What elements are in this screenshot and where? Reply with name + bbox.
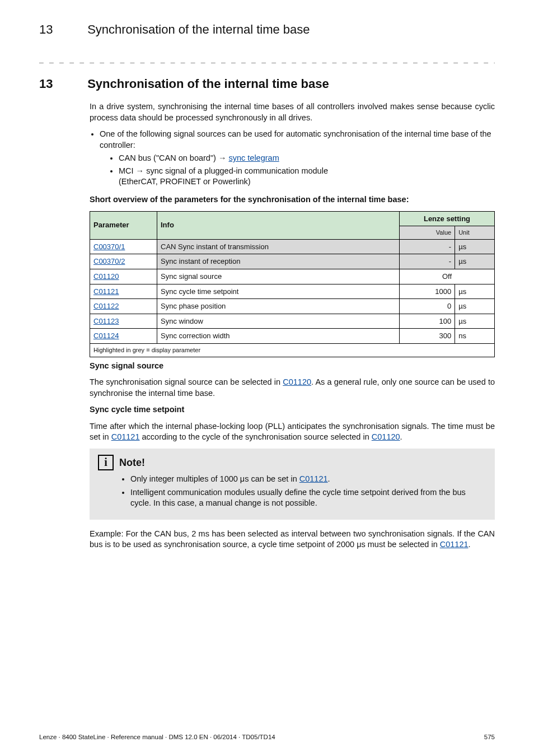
parameter-link[interactable]: C01124 [93,332,119,340]
parameters-table: Parameter Info Lenze setting Value Unit … [90,211,495,357]
table-row: C01120Sync signal sourceOff [90,269,495,284]
cell-value: 300 [400,329,455,344]
cell-unit: µs [455,314,495,329]
c01121-link[interactable]: C01121 [299,474,328,483]
c01121-link[interactable]: C01121 [440,540,469,549]
cell-info: Sync phase position [157,299,400,314]
cell-parameter: C01123 [90,314,157,329]
sub-bullet-text-line2: (EtherCAT, PROFINET or Powerlink) [119,177,251,186]
cell-info: Sync correction width [157,329,400,344]
cell-unit: µs [455,299,495,314]
intro-paragraph: In a drive system, synchronising the int… [90,101,495,123]
cell-parameter: C01121 [90,284,157,299]
sync-cycle-heading: Sync cycle time setpoint [90,404,495,416]
sync-source-heading: Sync signal source [90,361,495,372]
footer-left: Lenze · 8400 StateLine · Reference manua… [39,734,275,740]
parameters-overview-heading: Short overview of the parameters for the… [90,194,495,206]
cell-parameter: C01122 [90,299,157,314]
note-bullet-item: Intelligent communication modules usuall… [130,487,486,509]
running-header: 13 Synchronisation of the internal time … [39,22,495,37]
c01121-link[interactable]: C01121 [111,432,140,441]
note-header: i Note! [98,455,486,470]
bullet-item: One of the following signal sources can … [100,129,495,188]
parameter-link[interactable]: C01123 [93,317,119,325]
parameter-link[interactable]: C01120 [93,272,119,281]
sub-bullet-item: MCI → sync signal of a plugged-in commun… [119,166,495,188]
info-icon: i [98,455,114,470]
cell-value: 0 [400,299,455,314]
page-footer: Lenze · 8400 StateLine · Reference manua… [39,734,495,740]
sub-bullet-list: CAN bus ("CAN on board") → sync telegram… [109,153,495,188]
divider-line: _ _ _ _ _ _ _ _ _ _ _ _ _ _ _ _ _ _ _ _ … [39,55,495,63]
sync-cycle-paragraph: Time after which the internal phase-lock… [90,421,495,443]
example-paragraph: Example: For the CAN bus, 2 ms has been … [90,529,495,550]
cell-value: - [400,254,455,269]
cell-unit: µs [455,239,495,254]
text-fragment: according to the cycle of the synchronis… [139,432,371,441]
bullet-list: One of the following signal sources can … [90,129,495,188]
cell-info: Sync window [157,314,400,329]
parameter-link[interactable]: C00370/2 [93,257,125,265]
table-row: C00370/2Sync instant of reception-µs [90,254,495,269]
text-fragment: . [400,432,402,441]
parameter-link[interactable]: C00370/1 [93,242,125,251]
cell-value: - [400,239,455,254]
note-bullet-item: Only integer multiples of 1000 μs can be… [130,474,486,485]
table-row: C01124Sync correction width300ns [90,329,495,344]
col-parameter: Parameter [90,211,157,239]
note-title: Note! [119,456,145,469]
cell-info: Sync instant of reception [157,254,400,269]
cell-unit: ns [455,329,495,344]
cell-value: Off [400,269,495,284]
sub-bullet-text: CAN bus ("CAN on board") → [119,153,228,162]
cell-value: 1000 [400,284,455,299]
running-header-title: Synchronisation of the internal time bas… [87,22,310,36]
table-footnote: Highlighted in grey = display parameter [90,343,495,357]
table-row: C01122Sync phase position0µs [90,299,495,314]
sync-telegram-link[interactable]: sync telegram [228,153,279,162]
cell-parameter: C01124 [90,329,157,344]
text-fragment: The synchronisation signal source can be… [90,377,283,386]
footer-page-number: 575 [484,734,495,740]
sub-bullet-item: CAN bus ("CAN on board") → sync telegram [119,153,495,164]
parameter-link[interactable]: C01121 [93,287,119,296]
cell-unit: µs [455,284,495,299]
parameter-link[interactable]: C01122 [93,302,119,310]
section-heading: 13 Synchronisation of the internal time … [39,77,495,91]
table-row: C01123Sync window100µs [90,314,495,329]
cell-info: Sync signal source [157,269,400,284]
cell-info: CAN Sync instant of transmission [157,239,400,254]
text-fragment: . [469,540,471,549]
section-number: 13 [39,77,84,91]
cell-parameter: C00370/2 [90,254,157,269]
cell-parameter: C01120 [90,269,157,284]
cell-info: Sync cycle time setpoint [157,284,400,299]
c01120-link[interactable]: C01120 [372,432,400,441]
content-area: In a drive system, synchronising the int… [90,101,495,550]
col-value: Value [400,226,455,240]
cell-unit: µs [455,254,495,269]
cell-value: 100 [400,314,455,329]
note-bullet-list: Only integer multiples of 1000 μs can be… [120,474,486,509]
c01120-link[interactable]: C01120 [283,377,311,386]
bullet-text: One of the following signal sources can … [100,129,491,150]
text-fragment: Example: For the CAN bus, 2 ms has been … [90,529,495,549]
table-row: C00370/1CAN Sync instant of transmission… [90,239,495,254]
cell-parameter: C00370/1 [90,239,157,254]
sub-bullet-text: MCI → sync signal of a plugged-in commun… [119,166,328,175]
col-info: Info [157,211,400,239]
section-title: Synchronisation of the internal time bas… [87,77,329,91]
sync-source-paragraph: The synchronisation signal source can be… [90,377,495,399]
running-header-number: 13 [39,22,84,37]
col-unit: Unit [455,226,495,240]
note-box: i Note! Only integer multiples of 1000 μ… [90,449,495,520]
text-fragment: . [328,474,330,483]
table-row: C01121Sync cycle time setpoint1000µs [90,284,495,299]
text-fragment: Only integer multiples of 1000 μs can be… [130,474,299,483]
col-lenze-setting: Lenze setting [400,211,495,226]
